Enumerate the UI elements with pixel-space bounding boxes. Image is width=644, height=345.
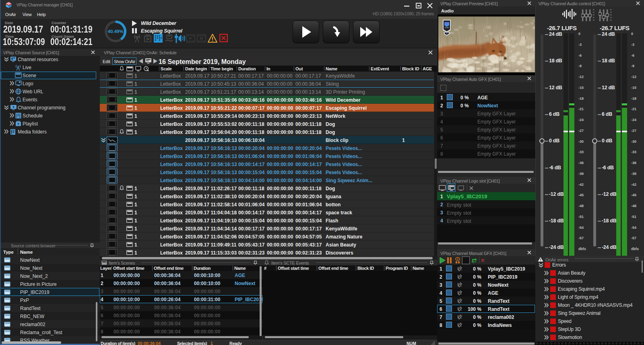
svg-text:VPLAY: VPLAY [444,27,449,29]
